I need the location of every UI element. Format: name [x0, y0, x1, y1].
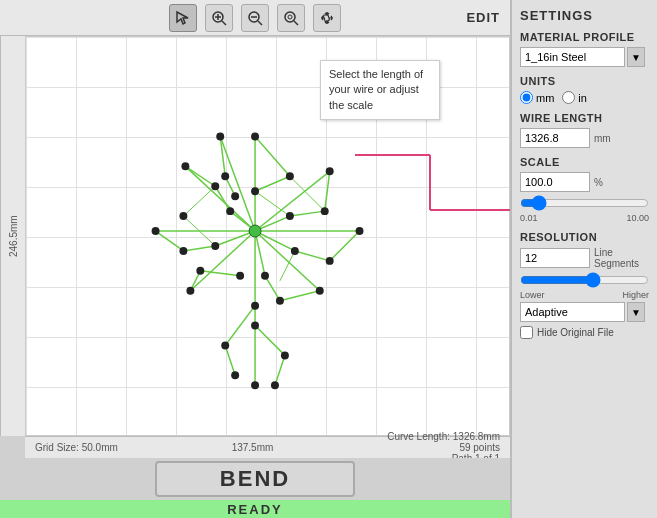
scale-title: SCALE: [520, 156, 649, 168]
svg-point-75: [249, 225, 261, 237]
svg-point-65: [211, 242, 219, 250]
unit-in-radio[interactable]: [562, 91, 575, 104]
bend-button[interactable]: BEND: [155, 461, 355, 497]
svg-point-78: [281, 351, 289, 359]
material-profile-title: MATERIAL PROFILE: [520, 31, 649, 43]
svg-point-67: [211, 182, 219, 190]
svg-point-71: [231, 192, 239, 200]
svg-line-15: [275, 355, 285, 385]
ready-label: READY: [227, 502, 283, 517]
svg-line-40: [215, 186, 230, 211]
svg-point-55: [286, 212, 294, 220]
svg-line-6: [258, 21, 262, 25]
svg-line-25: [295, 251, 330, 261]
svg-point-66: [181, 162, 189, 170]
svg-line-12: [225, 306, 255, 346]
unit-in-option[interactable]: in: [562, 91, 587, 104]
svg-point-51: [286, 172, 294, 180]
status-bar: Grid Size: 50.0mm 137.5mm Curve Length: …: [25, 436, 510, 458]
material-profile-dropdown-arrow[interactable]: ▼: [627, 47, 645, 67]
svg-line-45: [255, 191, 290, 216]
svg-point-54: [321, 207, 329, 215]
svg-point-50: [251, 133, 259, 141]
svg-line-38: [185, 166, 255, 231]
bend-area: BEND: [0, 458, 510, 500]
zoom-in-tool[interactable]: [205, 4, 233, 32]
svg-point-70: [221, 172, 229, 180]
scale-max-label: 10.00: [626, 213, 649, 223]
resolution-slider[interactable]: [520, 273, 649, 287]
center-label: 137.5mm: [232, 442, 274, 453]
svg-point-73: [179, 212, 187, 220]
resolution-unit: Line Segments: [594, 247, 649, 269]
tooltip-text: Select the length of your wire or adjust…: [329, 68, 423, 111]
unit-mm-radio[interactable]: [520, 91, 533, 104]
svg-point-74: [236, 272, 244, 280]
svg-point-81: [251, 322, 259, 330]
svg-point-8: [285, 12, 295, 22]
svg-line-13: [225, 345, 235, 375]
svg-line-18: [255, 176, 290, 191]
material-profile-row: ▼: [520, 47, 649, 67]
unit-in-label: in: [578, 92, 587, 104]
unit-mm-label: mm: [536, 92, 554, 104]
curve-length-label: Curve Length: 1326.8mm: [387, 431, 500, 442]
ready-bar: READY: [0, 500, 510, 518]
svg-point-59: [276, 297, 284, 305]
svg-marker-0: [177, 12, 188, 24]
svg-point-72: [251, 187, 259, 195]
svg-point-56: [326, 257, 334, 265]
scale-input[interactable]: [520, 172, 590, 192]
resolution-dropdown-input[interactable]: [520, 302, 625, 322]
unit-mm-option[interactable]: mm: [520, 91, 554, 104]
material-profile-input[interactable]: [520, 47, 625, 67]
svg-point-57: [291, 247, 299, 255]
svg-point-79: [271, 381, 279, 389]
svg-line-46: [290, 176, 325, 211]
svg-point-60: [261, 272, 269, 280]
svg-line-24: [330, 231, 360, 261]
resolution-lower-label: Lower: [520, 290, 545, 300]
zoom-out-tool[interactable]: [241, 4, 269, 32]
resolution-title: RESOLUTION: [520, 231, 649, 243]
hide-file-label: Hide Original File: [537, 327, 614, 338]
svg-line-28: [280, 291, 320, 301]
svg-line-27: [255, 231, 320, 291]
svg-line-14: [255, 326, 285, 356]
resolution-dropdown-arrow[interactable]: ▼: [627, 302, 645, 322]
wire-length-input[interactable]: [520, 128, 590, 148]
svg-line-39: [185, 166, 215, 186]
scale-row: %: [520, 172, 649, 192]
scale-slider-labels: 0.01 10.00: [520, 213, 649, 223]
svg-line-17: [255, 137, 290, 177]
settings-title: SETTINGS: [520, 8, 649, 23]
scale-slider[interactable]: [520, 196, 649, 210]
edit-label: EDIT: [466, 10, 500, 25]
svg-line-9: [294, 21, 298, 25]
resolution-input[interactable]: [520, 248, 590, 268]
svg-point-53: [356, 227, 364, 235]
pan-tool[interactable]: [313, 4, 341, 32]
wire-length-row: mm: [520, 128, 649, 148]
svg-point-82: [251, 381, 259, 389]
svg-point-10: [288, 15, 292, 19]
svg-point-58: [316, 287, 324, 295]
hide-file-checkbox[interactable]: [520, 326, 533, 339]
toolbar: EDIT: [0, 0, 510, 36]
wire-length-title: WIRE LENGTH: [520, 112, 649, 124]
ruler-value: 246.5mm: [8, 215, 19, 257]
svg-point-80: [251, 302, 259, 310]
grid-size-label: Grid Size: 50.0mm: [35, 442, 118, 453]
svg-point-68: [226, 207, 234, 215]
resolution-slider-container: Lower Higher: [520, 273, 649, 300]
svg-line-47: [183, 186, 215, 216]
fit-tool[interactable]: [277, 4, 305, 32]
svg-point-76: [221, 341, 229, 349]
resolution-adaptive-row: ▼: [520, 302, 649, 322]
svg-point-62: [196, 267, 204, 275]
scale-min-label: 0.01: [520, 213, 538, 223]
select-tool[interactable]: [169, 4, 197, 32]
wire-length-unit: mm: [594, 133, 611, 144]
resolution-row: Line Segments: [520, 247, 649, 269]
hide-file-row[interactable]: Hide Original File: [520, 326, 649, 339]
